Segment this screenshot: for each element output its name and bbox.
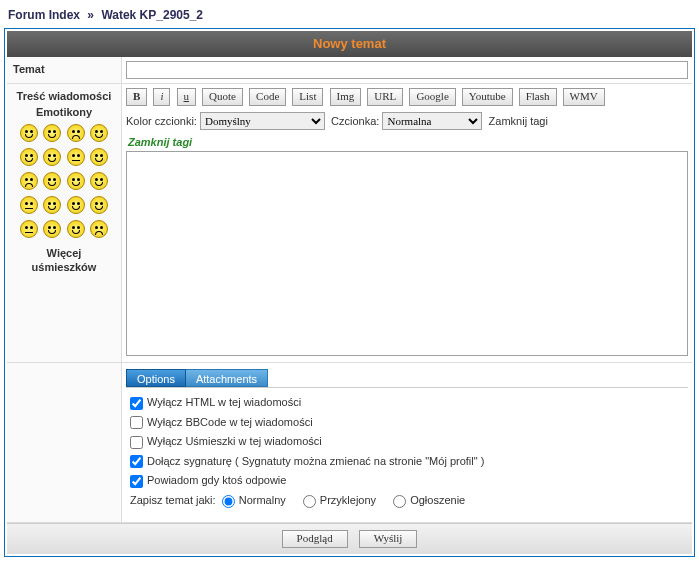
submit-button[interactable]: Wyślij [359,530,418,548]
emoticon-oops[interactable] [90,220,108,238]
emoticon-lol[interactable] [90,172,108,190]
bold-button[interactable]: B [126,88,147,106]
option-tabs: OptionsAttachments [126,369,688,387]
topic-label: Temat [7,57,122,83]
emoticon-cry[interactable] [20,172,38,190]
emoticon-wink[interactable] [90,148,108,166]
emoticon-cool[interactable] [43,148,61,166]
save-as-label: Zapisz temat jaki: [130,494,216,506]
flash-button[interactable]: Flash [519,88,557,106]
url-button[interactable]: URL [367,88,403,106]
tab-attachments[interactable]: Attachments [186,369,268,387]
post-frame: Nowy temat Temat Treść wiadomości Emotik… [4,28,695,557]
notify-reply-checkbox[interactable] [130,475,143,488]
topic-type-normal-label: Normalny [239,494,286,506]
quote-button[interactable]: Quote [202,88,243,106]
emoticon-idea[interactable] [67,220,85,238]
wmv-button[interactable]: WMV [563,88,605,106]
disable-bbcode-label: Wyłącz BBCode w tej wiadomości [147,416,313,428]
breadcrumb-sep: » [87,8,94,22]
emoticon-smile2[interactable] [43,220,61,238]
disable-html-label: Wyłącz HTML w tej wiadomości [147,396,301,408]
disable-html-checkbox[interactable] [130,397,143,410]
body-col: Treść wiadomości Emotikony [7,84,122,362]
font-color-label: Kolor czcionki: [126,115,197,127]
emoticon-sad[interactable] [67,124,85,142]
tab-options[interactable]: Options [126,369,186,387]
options-left-spacer [7,363,122,522]
emoticon-rolleyes[interactable] [43,196,61,214]
attach-signature-checkbox[interactable] [130,455,143,468]
breadcrumb: Forum Index » Watek KP_2905_2 [4,4,695,28]
font-label: Czcionka: [331,115,379,127]
breadcrumb-index-link[interactable]: Forum Index [8,8,80,22]
underline-button[interactable]: u [177,88,197,106]
topic-input[interactable] [126,61,688,79]
topic-type-normal-radio[interactable] [222,495,235,508]
emoticon-confused[interactable] [67,148,85,166]
emoticon-evil[interactable] [67,196,85,214]
disable-bbcode-checkbox[interactable] [130,416,143,429]
img-button[interactable]: Img [330,88,362,106]
emoticon-grin[interactable] [43,124,61,142]
code-button[interactable]: Code [249,88,286,106]
emoticon-surprise[interactable] [90,124,108,142]
page-title: Nowy temat [7,31,692,57]
font-select[interactable]: Normalna [382,112,482,130]
emoticon-grid [13,124,115,238]
topic-type-announce-radio[interactable] [393,495,406,508]
youtube-button[interactable]: Youtube [462,88,513,106]
font-color-select[interactable]: Domyślny [200,112,325,130]
list-button[interactable]: List [292,88,323,106]
footer-bar: Podgląd Wyślij [7,523,692,554]
message-textarea[interactable] [126,151,688,356]
more-smileys-link[interactable]: Więcej uśmieszków [13,246,115,275]
emoticon-think[interactable] [20,220,38,238]
emoticon-mad[interactable] [90,196,108,214]
preview-button[interactable]: Podgląd [282,530,348,548]
attach-signature-label: Dołącz sygnaturę ( Sygnatuty można zmien… [147,455,484,467]
toolbar: B i u Quote Code List Img URL Google You… [126,88,688,109]
close-tags-2[interactable]: Zamknij tagi [128,136,688,148]
notify-reply-label: Powiadom gdy ktoś odpowie [147,474,286,486]
emoticon-redface[interactable] [67,172,85,190]
topic-type-sticky-label: Przyklejony [320,494,376,506]
emoticon-razz[interactable] [43,172,61,190]
emoticons-label: Emotikony [13,106,115,118]
disable-smilies-label: Wyłącz Uśmieszki w tej wiadomości [147,435,322,447]
emoticon-neutral[interactable] [20,196,38,214]
italic-button[interactable]: i [153,88,170,106]
emoticon-smile[interactable] [20,124,38,142]
emoticon-biggrin[interactable] [20,148,38,166]
disable-smilies-checkbox[interactable] [130,436,143,449]
topic-type-announce-label: Ogłoszenie [410,494,465,506]
breadcrumb-thread-link[interactable]: Watek KP_2905_2 [101,8,203,22]
google-button[interactable]: Google [409,88,455,106]
body-label: Treść wiadomości [13,90,115,102]
close-tags-link[interactable]: Zamknij tagi [489,115,548,127]
topic-type-sticky-radio[interactable] [303,495,316,508]
